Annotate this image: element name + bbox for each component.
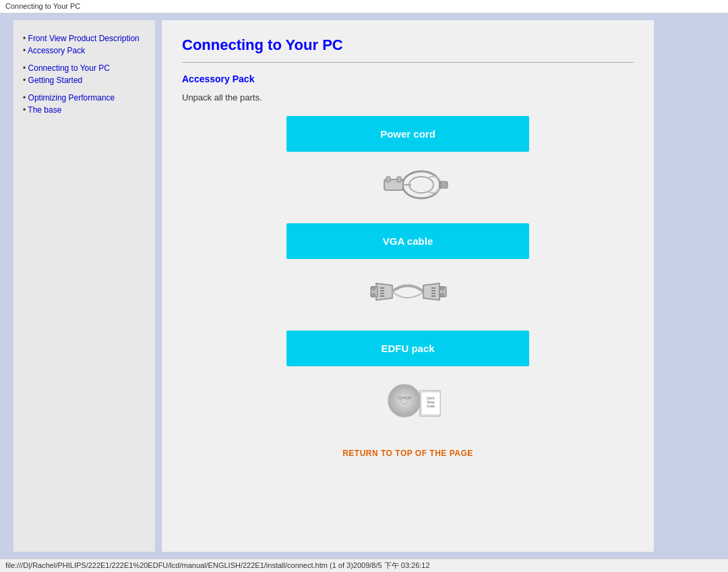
power-cord-label: Power cord: [286, 116, 529, 152]
sidebar-group-3: • Optimizing Performance • The base: [23, 93, 146, 115]
vga-cable-icon: [364, 266, 452, 317]
section-title: Accessory Pack: [182, 74, 634, 84]
divider: [182, 62, 634, 63]
svg-rect-4: [397, 177, 401, 182]
power-cord-icon: [364, 159, 452, 210]
sidebar-group-2: • Connecting to Your PC • Getting Starte…: [23, 63, 146, 85]
svg-text:Quick: Quick: [427, 397, 435, 400]
status-bar: file:///D|/Rachel/PHILIPS/222E1/222E1%20…: [0, 559, 728, 572]
accessory-items: Power cord: [182, 116, 634, 438]
sidebar-group-1: • Front View Product Description • Acces…: [23, 34, 146, 55]
page-title: Connecting to Your PC: [182, 36, 634, 54]
status-bar-text: file:///D|/Rachel/PHILIPS/222E1/222E1%20…: [5, 561, 430, 569]
sidebar-item-front-view[interactable]: • Front View Product Description: [23, 34, 146, 43]
sidebar-item-connecting[interactable]: • Connecting to Your PC: [23, 63, 146, 73]
accessory-block-vga-cable: VGA cable: [286, 223, 529, 324]
svg-text:Guide: Guide: [427, 405, 435, 408]
power-cord-image: [364, 157, 452, 211]
sidebar-item-getting-started[interactable]: • Getting Started: [23, 76, 146, 85]
main-layout: • Front View Product Description • Acces…: [0, 13, 728, 559]
svg-text:CD-ROM: CD-ROM: [398, 396, 412, 400]
sidebar-item-optimizing[interactable]: • Optimizing Performance: [23, 93, 146, 103]
return-to-top-link[interactable]: RETURN TO TOP OF THE PAGE: [342, 449, 473, 458]
intro-text: Unpack all the parts.: [182, 92, 634, 103]
accessory-block-power-cord: Power cord: [286, 116, 529, 217]
svg-point-20: [441, 286, 444, 289]
edfu-image: CD-ROM Quick Setup Guide: [364, 372, 452, 426]
content-area: Connecting to Your PC Accessory Pack Unp…: [162, 20, 654, 552]
vga-cable-image: [364, 264, 452, 318]
sidebar-item-the-base[interactable]: • The base: [23, 105, 146, 115]
svg-marker-18: [423, 283, 439, 300]
edfu-label: EDFU pack: [286, 331, 529, 366]
vga-cable-label: VGA cable: [286, 223, 529, 259]
accessory-block-edfu: EDFU pack: [286, 331, 529, 431]
cd-icon: CD-ROM Quick Setup Guide: [364, 374, 452, 424]
sidebar-item-accessory-pack[interactable]: • Accessory Pack: [23, 46, 146, 55]
svg-point-13: [372, 293, 375, 297]
return-to-top[interactable]: RETURN TO TOP OF THE PAGE: [182, 449, 634, 458]
svg-rect-3: [386, 177, 390, 182]
svg-marker-10: [376, 283, 392, 300]
svg-text:Setup: Setup: [427, 401, 435, 404]
svg-point-21: [441, 293, 444, 297]
svg-point-12: [372, 286, 375, 289]
title-bar: Connecting to Your PC: [0, 0, 728, 13]
outer-wrapper: • Front View Product Description • Acces…: [0, 13, 728, 572]
svg-point-1: [409, 177, 433, 193]
title-bar-text: Connecting to Your PC: [5, 2, 80, 10]
sidebar: • Front View Product Description • Acces…: [13, 20, 155, 552]
right-panel: [661, 20, 715, 552]
